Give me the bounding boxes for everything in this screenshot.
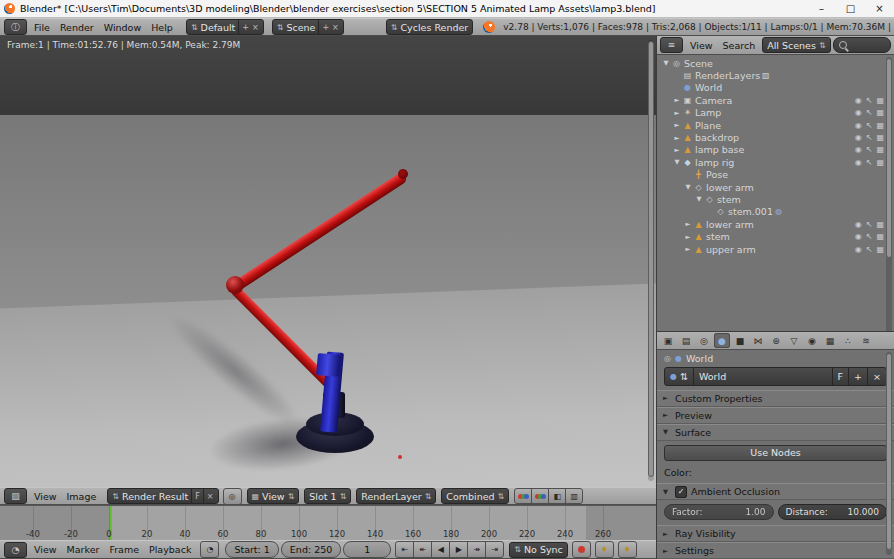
maximize-button[interactable]: □	[836, 0, 865, 17]
selectability-toggle-select-icon[interactable]: ↖	[866, 220, 873, 229]
renderability-toggle-render-icon[interactable]: ▦	[876, 245, 884, 254]
expand-toggle-icon[interactable]: ▼	[661, 59, 671, 67]
outliner-row[interactable]: ►▲stem◉↖▦	[657, 230, 894, 242]
visibility-toggle-eye-icon[interactable]: ◉	[855, 220, 862, 229]
outliner-row[interactable]: ►☀Lamp◉↖▦	[657, 107, 894, 119]
editor-type-button[interactable]: ⓘ	[4, 19, 27, 35]
selectability-toggle-select-icon[interactable]: ↖	[866, 121, 873, 130]
renderability-toggle-render-icon[interactable]: ▦	[876, 121, 884, 130]
renderability-toggle-render-icon[interactable]: ▦	[876, 96, 884, 105]
selectability-toggle-select-icon[interactable]: ↖	[866, 245, 873, 254]
channels-z-button[interactable]: ▥	[565, 488, 583, 504]
play-button[interactable]: ▶	[449, 541, 468, 558]
menu-playback[interactable]: Playback	[144, 544, 196, 555]
add-datablock-button[interactable]: +	[849, 368, 867, 385]
expand-toggle-icon[interactable]: ►	[672, 109, 682, 117]
menu-search[interactable]: Search	[718, 40, 761, 51]
selectability-toggle-select-icon[interactable]: ↖	[866, 232, 873, 241]
tab-render-layers[interactable]: ▤	[678, 333, 694, 348]
outliner-row[interactable]: ►▲lower arm◉↖▦	[657, 218, 894, 230]
image-editor-canvas[interactable]: Frame:1 | Time:01:52.76 | Mem:0.54M, Pea…	[0, 36, 656, 487]
prev-keyframe-button[interactable]: ↞	[413, 541, 432, 558]
pin-button[interactable]: ◎	[223, 488, 242, 505]
panel-settings[interactable]: ► Settings	[657, 542, 894, 559]
outliner-search[interactable]	[833, 37, 891, 53]
visibility-toggle-eye-icon[interactable]: ◉	[855, 133, 862, 142]
expand-toggle-icon[interactable]: ▼	[683, 183, 693, 191]
render-pass-select[interactable]: Combined ⇅	[441, 488, 509, 504]
render-layer-select[interactable]: RenderLayer ⇅	[356, 488, 436, 504]
selectability-toggle-select-icon[interactable]: ↖	[866, 133, 873, 142]
tab-scene[interactable]: ◎	[696, 333, 712, 348]
add-icon[interactable]: +	[322, 23, 329, 32]
end-frame-field[interactable]: End: 250	[281, 541, 341, 558]
renderability-toggle-render-icon[interactable]: ▦	[876, 108, 884, 117]
outliner-row[interactable]: ▼◇lower arm	[657, 181, 894, 193]
outliner-row[interactable]: ▼◇stem	[657, 193, 894, 205]
jump-to-start-button[interactable]: ⇤	[395, 541, 414, 558]
next-keyframe-button[interactable]: ↠	[467, 541, 486, 558]
renderability-toggle-render-icon[interactable]: ▦	[876, 133, 884, 142]
fake-user-button[interactable]: F	[833, 368, 848, 385]
timeline-ruler[interactable]: -40-200204060801001201401601802002202402…	[0, 505, 656, 540]
close-button[interactable]: ×	[865, 0, 894, 17]
keying-set-button[interactable]: ♦	[595, 541, 614, 558]
tab-material[interactable]: ◉	[804, 333, 820, 348]
use-nodes-button[interactable]: Use Nodes	[664, 445, 887, 462]
tab-texture[interactable]: ▦	[822, 333, 838, 348]
outliner-scrollbar[interactable]	[886, 57, 892, 331]
channels-color-button[interactable]	[531, 488, 549, 504]
play-reverse-button[interactable]: ◀	[431, 541, 450, 558]
menu-help[interactable]: Help	[146, 22, 178, 33]
tab-render[interactable]: ▣	[660, 333, 676, 348]
outliner-row[interactable]: ►▲Plane◉↖▦	[657, 119, 894, 131]
expand-toggle-icon[interactable]: ►	[672, 146, 682, 154]
tab-object-data[interactable]: ▽	[786, 333, 802, 348]
expand-toggle-icon[interactable]: ►	[683, 220, 693, 228]
tab-object[interactable]: ■	[732, 333, 748, 348]
expand-toggle-icon[interactable]: ►	[683, 245, 693, 253]
menu-window[interactable]: Window	[99, 22, 146, 33]
display-scope-select[interactable]: All Scenes ⇅	[762, 37, 830, 53]
outliner-row[interactable]: ►▣Camera◉↖▦	[657, 94, 894, 106]
screen-layout-selector[interactable]: ⇅ Default + ×	[186, 19, 264, 35]
visibility-toggle-eye-icon[interactable]: ◉	[855, 121, 862, 130]
expand-toggle-icon[interactable]: ▼	[694, 195, 704, 203]
outliner-row[interactable]: ►▲backdrop◉↖▦	[657, 131, 894, 143]
panel-preview[interactable]: ► Preview	[657, 407, 894, 424]
tab-particles[interactable]: ∴	[840, 333, 856, 348]
fake-user-button[interactable]: F	[195, 492, 200, 501]
renderability-toggle-render-icon[interactable]: ▦	[876, 220, 884, 229]
expand-toggle-icon[interactable]: ►	[672, 96, 682, 104]
datablock-name-field[interactable]: World	[694, 368, 832, 385]
menu-frame[interactable]: Frame	[104, 544, 144, 555]
renderability-toggle-render-icon[interactable]: ▦	[876, 232, 884, 241]
world-datablock[interactable]: ● ⇅ World F + ×	[664, 367, 887, 386]
channels-color-alpha-button[interactable]	[514, 488, 532, 504]
preview-range-toggle[interactable]: ◔	[200, 541, 219, 558]
render-engine-select[interactable]: ⇅ Cycles Render	[386, 19, 473, 35]
menu-render[interactable]: Render	[55, 22, 99, 33]
slot-select[interactable]: Slot 1 ⇅	[304, 488, 351, 504]
selectability-toggle-select-icon[interactable]: ↖	[866, 158, 873, 167]
outliner-row[interactable]: ▼◆lamp rig◉↖▦	[657, 156, 894, 168]
editor-type-button[interactable]: ≡	[660, 37, 683, 53]
scene-selector[interactable]: ⇅ Scene + ×	[272, 19, 344, 35]
menu-view[interactable]: View	[29, 491, 62, 502]
outliner-row[interactable]: ●World	[657, 82, 894, 94]
menu-view[interactable]: View	[29, 544, 62, 555]
jump-to-end-button[interactable]: ⇥	[485, 541, 504, 558]
image-datablock[interactable]: ⇅ Render Result F ×	[107, 488, 218, 504]
visibility-toggle-eye-icon[interactable]: ◉	[855, 232, 862, 241]
unlink-icon[interactable]: ×	[207, 492, 214, 501]
menu-view[interactable]: View	[685, 40, 718, 51]
selectability-toggle-select-icon[interactable]: ↖	[866, 96, 873, 105]
close-icon[interactable]: ×	[252, 23, 259, 32]
tab-modifiers[interactable]: ⊛	[768, 333, 784, 348]
record-button[interactable]	[572, 541, 591, 558]
tab-world[interactable]: ●	[714, 333, 730, 348]
expand-toggle-icon[interactable]: ►	[672, 134, 682, 142]
outliner-row[interactable]: ►▲lamp base◉↖▦	[657, 144, 894, 156]
visibility-toggle-eye-icon[interactable]: ◉	[855, 96, 862, 105]
outliner-row[interactable]: ▼◎Scene	[657, 57, 894, 69]
